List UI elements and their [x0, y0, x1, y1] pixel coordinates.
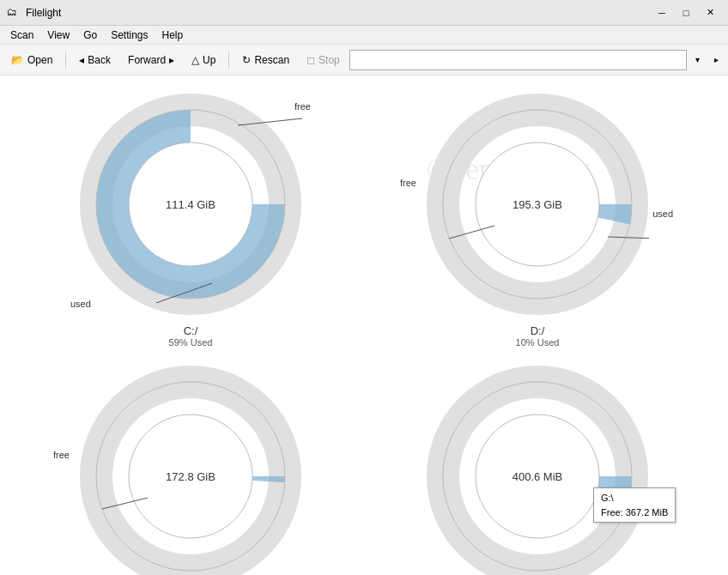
open-button[interactable]: 📂 Open	[3, 48, 60, 72]
close-button[interactable]: ✕	[699, 4, 721, 21]
drive-e-donut: 172.8 GiB free	[79, 365, 302, 575]
menu-scan[interactable]: Scan	[3, 26, 40, 44]
back-icon: ◂	[79, 54, 84, 66]
drive-g-size: 400.6 MiB	[513, 470, 563, 483]
back-button[interactable]: ◂ Back	[71, 48, 118, 72]
drive-d-size: 195.3 GiB	[513, 198, 562, 211]
drive-d-donut: 195.3 GiB free used	[426, 93, 649, 316]
toolbar-separator-2	[228, 51, 229, 69]
address-input[interactable]	[349, 50, 687, 70]
drive-g-donut: 400.6 MiB G:\ Free: 367.2 MiB	[426, 365, 649, 575]
maximize-button[interactable]: □	[675, 4, 697, 21]
up-icon: △	[191, 54, 199, 66]
menu-go[interactable]: Go	[76, 26, 104, 44]
drive-c-chart[interactable]: 111.4 GiB free used C:/ 59% Used	[53, 93, 328, 348]
stop-button[interactable]: ◻ Stop	[299, 48, 348, 72]
drive-c-donut: 111.4 GiB free used	[79, 93, 302, 316]
drive-c-free-label: free	[294, 101, 311, 112]
rescan-icon: ↻	[242, 54, 251, 66]
drive-g-tooltip: G:\ Free: 367.2 MiB	[593, 487, 676, 523]
drive-c-used-label: used	[70, 299, 91, 309]
menu-help[interactable]: Help	[155, 26, 191, 44]
stop-icon: ◻	[306, 54, 315, 66]
back-label: Back	[88, 54, 111, 66]
titlebar: 🗂 Filelight ─ □ ✕	[0, 0, 728, 26]
rescan-button[interactable]: ↻ Rescan	[234, 48, 297, 72]
stop-label: Stop	[318, 54, 340, 66]
drive-e-chart[interactable]: 172.8 GiB free E:/	[53, 365, 328, 575]
drive-d-chart[interactable]: 195.3 GiB free used D:/ 10% Used	[400, 93, 675, 348]
tooltip-free: Free: 367.2 MiB	[601, 505, 668, 520]
forward-label: Forward	[128, 54, 166, 66]
main-content: ©ventrimeng 111.4	[0, 76, 728, 575]
forward-button[interactable]: Forward ▸	[120, 48, 182, 72]
minimize-button[interactable]: ─	[651, 4, 673, 21]
address-dropdown-button[interactable]: ▾	[689, 48, 706, 72]
up-button[interactable]: △ Up	[184, 48, 223, 72]
tooltip-drive: G:\	[601, 491, 668, 505]
open-label: Open	[27, 54, 52, 66]
drive-d-used-label: used	[652, 209, 673, 219]
forward-icon: ▸	[169, 54, 174, 66]
drive-e-size: 172.8 GiB	[166, 470, 215, 483]
app-title: Filelight	[26, 7, 651, 19]
address-forward-button[interactable]: ▸	[707, 48, 725, 72]
drive-d-free-label: free	[400, 178, 416, 188]
rescan-label: Rescan	[254, 54, 289, 66]
menubar: Scan View Go Settings Help	[0, 26, 728, 45]
menu-view[interactable]: View	[40, 26, 76, 44]
app-icon: 🗂	[7, 6, 21, 20]
drive-g-chart[interactable]: 400.6 MiB G:\ Free: 367.2 MiB G:\	[400, 365, 675, 575]
open-icon: 📂	[11, 54, 24, 66]
toolbar: 📂 Open ◂ Back Forward ▸ △ Up ↻ Rescan ◻ …	[0, 45, 728, 76]
drive-e-free-label: free	[53, 450, 70, 460]
drive-d-label: D:/ 10% Used	[516, 324, 560, 348]
menu-settings[interactable]: Settings	[104, 26, 155, 44]
drive-c-size: 111.4 GiB	[166, 198, 215, 211]
window-controls: ─ □ ✕	[651, 4, 721, 21]
toolbar-separator-1	[65, 51, 66, 69]
drive-c-label: C:/ 59% Used	[169, 324, 213, 348]
up-label: Up	[203, 54, 215, 66]
